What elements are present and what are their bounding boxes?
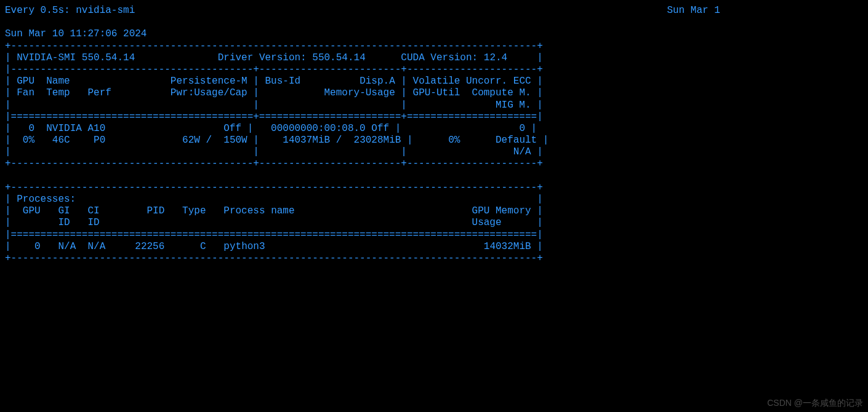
gpu-util: 0% bbox=[448, 135, 460, 146]
gpu-persistence: Off bbox=[223, 123, 241, 134]
proc-name: python3 bbox=[223, 241, 265, 252]
gpu-name: NVIDIA A10 bbox=[46, 123, 105, 134]
proc-ci: N/A bbox=[87, 241, 105, 252]
processes-title: Processes: bbox=[17, 194, 76, 205]
gpu-mem-total: 23028MiB bbox=[354, 135, 401, 146]
gpu-mem-used: 14037MiB bbox=[283, 135, 330, 146]
proc-gi: N/A bbox=[58, 241, 76, 252]
gpu-pwr-usage: 62W bbox=[182, 135, 200, 146]
gpu-mig-mode: N/A bbox=[513, 146, 531, 157]
watermark-text: CSDN @一条咸鱼的记录 bbox=[767, 398, 863, 408]
proc-pid: 22256 bbox=[135, 241, 164, 252]
gpu-perf: P0 bbox=[94, 135, 105, 146]
smi-label: NVIDIA-SMI bbox=[17, 52, 76, 63]
driver-label: Driver Version: bbox=[218, 52, 307, 63]
gpu-ecc: 0 bbox=[519, 123, 525, 134]
cuda-label: CUDA Version: bbox=[401, 52, 478, 63]
smi-version: 550.54.14 bbox=[82, 52, 135, 63]
gpu-fan: 0% bbox=[23, 135, 34, 146]
watch-interval: Every 0.5s: nvidia-smi bbox=[5, 5, 135, 16]
gpu-busid: 00000000:00:08.0 bbox=[271, 123, 366, 134]
gpu-temp: 46C bbox=[52, 135, 70, 146]
timestamp-line: Sun Mar 10 11:27:06 2024 bbox=[5, 28, 147, 39]
cuda-version: 12.4 bbox=[484, 52, 507, 63]
terminal-output: Every 0.5s: nvidia-smi Sun Mar 1 Sun Mar… bbox=[5, 5, 863, 264]
driver-version: 550.54.14 bbox=[312, 52, 365, 63]
gpu-dispa: Off bbox=[371, 123, 389, 134]
proc-type: C bbox=[200, 241, 206, 252]
proc-gpu: 0 bbox=[34, 241, 41, 252]
gpu-index: 0 bbox=[28, 123, 34, 134]
watch-date: Sun Mar 1 bbox=[667, 5, 720, 16]
gpu-compute-mode: Default bbox=[496, 135, 537, 146]
proc-mem: 14032MiB bbox=[484, 241, 531, 252]
gpu-pwr-cap: 150W bbox=[223, 135, 247, 146]
